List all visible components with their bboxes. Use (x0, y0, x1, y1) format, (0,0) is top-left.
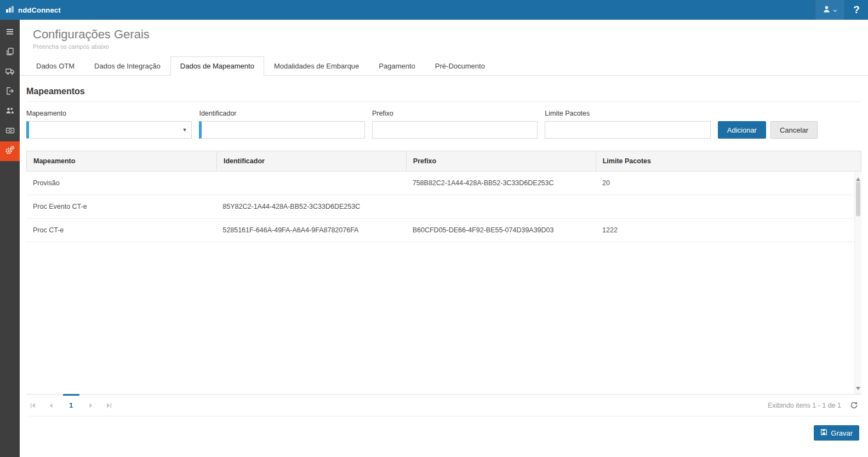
first-page-button[interactable] (30, 402, 36, 409)
next-page-button[interactable] (88, 402, 94, 409)
footer: Gravar (20, 416, 868, 457)
table-row[interactable]: Proc Evento CT-e 85Y82C2-1A44-428A-BB52-… (26, 195, 861, 219)
column-header-prefixo[interactable]: Prefixo (406, 151, 596, 171)
copy-icon (5, 47, 14, 58)
topbar-actions: ? (815, 0, 868, 20)
cell-mapeamento: Provisão (26, 172, 216, 195)
scroll-down-icon[interactable] (856, 382, 860, 392)
column-header-mapeamento[interactable]: Mapeamento (27, 151, 216, 171)
cancelar-button[interactable]: Cancelar (770, 121, 818, 139)
refresh-icon[interactable] (850, 401, 858, 409)
sidebar (0, 20, 20, 457)
cell-prefixo: 758B82C2-1A44-428A-BB52-3C33D6DE253C (406, 172, 596, 195)
tab-dados-integracao[interactable]: Dados de Integração (84, 56, 170, 76)
cell-prefixo: B60CFD05-DE66-4F92-BE55-074D39A39D03 (406, 219, 596, 242)
gravar-button[interactable]: Gravar (814, 425, 859, 441)
sidebar-item-settings[interactable] (0, 141, 20, 161)
brand-icon (5, 5, 14, 15)
field-identificador: Identificador (199, 110, 364, 139)
table-row[interactable]: Proc CT-e 5285161F-646A-49FA-A6A4-9FA878… (26, 219, 861, 242)
page-number-1[interactable]: 1 (66, 401, 76, 409)
pager-status: Exibindo itens 1 - 1 de 1 (768, 402, 841, 409)
pager: 1 Exibindo itens 1 - 1 de 1 (26, 394, 861, 416)
cell-mapeamento: Proc CT-e (26, 219, 216, 242)
cell-mapeamento: Proc Evento CT-e (26, 195, 216, 218)
cell-identificador: 5285161F-646A-49FA-A6A4-9FA8782076FA (216, 219, 406, 242)
mapeamento-label: Mapeamento (26, 110, 192, 117)
sidebar-item-export[interactable] (0, 82, 20, 102)
mappings-grid: Mapeamento Identificador Prefixo Limite … (26, 151, 861, 394)
scrollbar-thumb[interactable] (856, 181, 860, 216)
help-button[interactable]: ? (845, 0, 868, 20)
grid-body: Provisão 758B82C2-1A44-428A-BB52-3C33D6D… (26, 172, 861, 394)
sidebar-item-menu[interactable] (0, 23, 20, 43)
limite-pacotes-input[interactable] (545, 121, 710, 139)
prefixo-label: Prefixo (372, 110, 538, 117)
grid-header: Mapeamento Identificador Prefixo Limite … (26, 151, 861, 172)
last-page-button[interactable] (106, 402, 112, 409)
tab-dados-otm[interactable]: Dados OTM (26, 56, 84, 76)
limite-pacotes-label: Limite Pacotes (545, 110, 710, 117)
cell-limite-pacotes: 1222 (596, 219, 861, 242)
mapeamento-select[interactable] (26, 121, 192, 139)
cell-identificador (216, 172, 406, 195)
field-mapeamento: Mapeamento ▼ (26, 110, 192, 139)
main-content: Configurações Gerais Preencha os campos … (20, 20, 868, 457)
tab-pagamento[interactable]: Pagamento (369, 56, 425, 76)
save-icon (820, 429, 827, 437)
prefixo-input[interactable] (372, 121, 538, 139)
field-limite-pacotes: Limite Pacotes (545, 110, 710, 139)
page-title: Configurações Gerais (33, 27, 855, 42)
section-title: Mapeamentos (26, 83, 861, 102)
topbar: nddConnect ? (0, 0, 868, 20)
cell-prefixo (406, 195, 596, 218)
gears-icon (5, 145, 15, 157)
previous-page-button[interactable] (48, 402, 54, 409)
chevron-down-icon (833, 5, 837, 15)
column-header-limite-pacotes[interactable]: Limite Pacotes (596, 151, 861, 171)
page-subtitle: Preencha os campos abaixo (33, 43, 855, 50)
tab-strip: Dados OTM Dados de Integração Dados de M… (20, 56, 868, 76)
identificador-label: Identificador (199, 110, 364, 117)
adicionar-button[interactable]: Adicionar (718, 121, 766, 139)
table-row[interactable]: Provisão 758B82C2-1A44-428A-BB52-3C33D6D… (26, 172, 861, 195)
cell-limite-pacotes: 20 (596, 172, 861, 195)
page-header: Configurações Gerais Preencha os campos … (20, 20, 868, 50)
cell-identificador: 85Y82C2-1A44-428A-BB52-3C33D6DE253C (216, 195, 406, 218)
sidebar-item-documents[interactable] (0, 43, 20, 62)
tab-dados-mapeamento[interactable]: Dados de Mapeamento (170, 56, 264, 76)
sidebar-item-billing[interactable] (0, 122, 20, 141)
export-icon (5, 87, 14, 98)
users-icon (5, 106, 14, 117)
column-header-identificador[interactable]: Identificador (216, 151, 406, 171)
identificador-input[interactable] (199, 121, 364, 139)
brand[interactable]: nddConnect (0, 5, 61, 15)
mapping-form: Mapeamento ▼ Identificador Prefixo Limit… (20, 102, 868, 139)
user-menu-button[interactable] (815, 0, 845, 20)
brand-name: nddConnect (18, 6, 61, 14)
hamburger-icon (5, 27, 14, 38)
gravar-label: Gravar (831, 429, 853, 437)
form-buttons: Adicionar Cancelar (718, 121, 818, 139)
sidebar-item-transport[interactable] (0, 62, 20, 82)
cell-limite-pacotes (596, 195, 861, 218)
sidebar-item-users[interactable] (0, 102, 20, 122)
money-icon (5, 126, 15, 137)
field-prefixo: Prefixo (372, 110, 538, 139)
truck-icon (5, 67, 15, 78)
tab-pre-documento[interactable]: Pré-Documento (425, 56, 495, 76)
user-icon (823, 5, 831, 15)
tab-modalidades-embarque[interactable]: Modalidades de Embarque (264, 56, 369, 76)
